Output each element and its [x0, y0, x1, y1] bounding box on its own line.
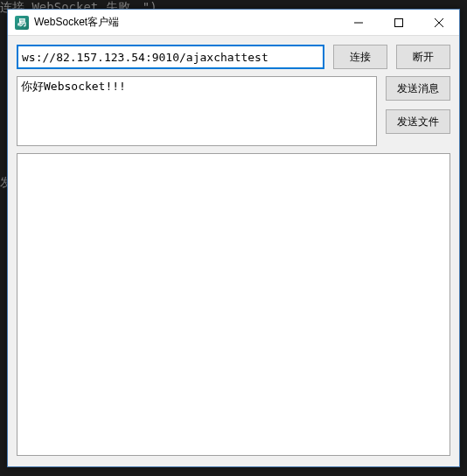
send-message-button[interactable]: 发送消息 [386, 76, 450, 101]
connect-button[interactable]: 连接 [333, 45, 387, 69]
app-window: 易 WebSocket客户端 连接 断开 发送消息 发送 [7, 9, 460, 467]
window-controls [338, 10, 459, 35]
maximize-button[interactable] [379, 10, 419, 35]
app-icon: 易 [15, 16, 29, 30]
client-area: 连接 断开 发送消息 发送文件 [8, 36, 459, 466]
message-row: 发送消息 发送文件 [17, 76, 450, 146]
svg-rect-1 [395, 18, 403, 26]
minimize-button[interactable] [338, 10, 379, 35]
send-buttons-column: 发送消息 发送文件 [386, 76, 450, 134]
log-output[interactable] [17, 154, 450, 455]
url-row: 连接 断开 [17, 45, 450, 69]
disconnect-button[interactable]: 断开 [396, 45, 450, 69]
message-input[interactable] [17, 77, 376, 145]
message-input-wrap [17, 76, 377, 146]
titlebar[interactable]: 易 WebSocket客户端 [8, 10, 459, 36]
url-input[interactable] [17, 45, 324, 69]
window-title: WebSocket客户端 [34, 15, 338, 30]
close-button[interactable] [419, 10, 459, 35]
send-file-button[interactable]: 发送文件 [386, 109, 450, 134]
log-output-wrap [17, 153, 450, 456]
